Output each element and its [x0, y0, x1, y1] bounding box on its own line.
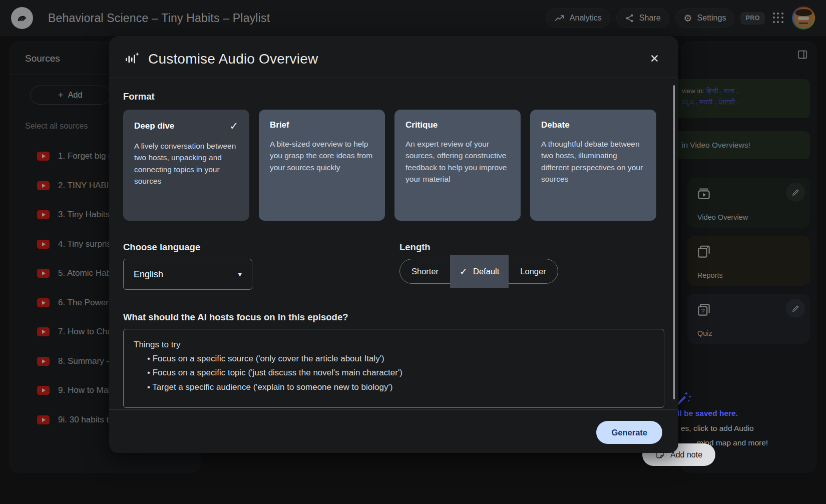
format-card-description: A lively conversation between two hosts,… — [134, 140, 238, 187]
language-section: Choose language English ▾ — [123, 242, 399, 290]
format-card-description: A thoughtful debate between two hosts, i… — [541, 138, 645, 185]
notebooklm-app: Behavioral Science – Tiny Habits – Playl… — [0, 0, 826, 504]
format-card-description: An expert review of your sources, offeri… — [405, 138, 510, 185]
dialog-footer: Generate — [109, 409, 678, 453]
customise-audio-overview-dialog: Customise Audio Overview ✕ Format Deep d… — [109, 36, 678, 453]
focus-placeholder-bullet: • Focus on a specific topic ('just discu… — [134, 366, 654, 380]
format-card-deep-dive[interactable]: Deep dive ✓ A lively conversation betwee… — [123, 110, 249, 221]
format-card-description: A bite-sized overview to help you grasp … — [270, 138, 374, 173]
choose-language-label: Choose language — [123, 242, 399, 253]
focus-textarea[interactable]: Things to try • Focus on a specific sour… — [123, 329, 664, 408]
length-option-shorter[interactable]: Shorter — [400, 259, 450, 283]
generate-button[interactable]: Generate — [596, 421, 662, 444]
format-card-title: Debate — [541, 120, 570, 130]
focus-placeholder-bullet: • Target a specific audience ('explain t… — [134, 380, 654, 394]
add-audio-hint: es, click to add Audio — [681, 424, 754, 433]
dialog-body: Format Deep dive ✓ A lively conversation… — [109, 78, 678, 408]
check-icon: ✓ — [229, 120, 238, 132]
focus-question-label: What should the AI hosts focus on in thi… — [123, 312, 664, 323]
chevron-down-icon: ▾ — [238, 270, 242, 279]
audio-waveform-icon — [125, 52, 140, 67]
check-icon: ✓ — [460, 266, 468, 277]
format-card-brief[interactable]: Brief A bite-sized overview to help you … — [259, 110, 385, 221]
format-card-title: Critique — [405, 120, 438, 130]
length-segmented-control: Shorter ✓ Default Longer — [399, 259, 558, 284]
format-card-debate[interactable]: Debate A thoughtful debate between two h… — [530, 110, 656, 221]
language-select[interactable]: English ▾ — [123, 259, 252, 290]
length-label: Length — [399, 242, 558, 253]
dialog-header: Customise Audio Overview ✕ — [109, 36, 678, 78]
length-option-longer[interactable]: Longer — [509, 259, 557, 283]
format-label: Format — [123, 91, 664, 102]
focus-placeholder-bullet: • Focus on a specific source ('only cove… — [134, 352, 654, 366]
length-option-label: Shorter — [411, 267, 439, 276]
format-card-title: Deep dive — [134, 121, 174, 131]
length-option-label: Default — [473, 267, 499, 276]
focus-placeholder-title: Things to try — [134, 338, 654, 352]
length-option-default[interactable]: ✓ Default — [450, 255, 509, 288]
length-option-label: Longer — [520, 267, 546, 276]
length-section: Length Shorter ✓ Default Longer — [399, 242, 558, 290]
format-cards: Deep dive ✓ A lively conversation betwee… — [123, 110, 664, 221]
saved-here-hint[interactable]: will be saved here. — [669, 409, 738, 418]
dialog-title: Customise Audio Overview — [148, 51, 318, 67]
format-card-title: Brief — [270, 120, 289, 130]
format-card-critique[interactable]: Critique An expert review of your source… — [394, 110, 521, 221]
language-length-row: Choose language English ▾ Length Shorter… — [123, 242, 664, 290]
close-icon[interactable]: ✕ — [647, 50, 662, 68]
dialog-scrollbar[interactable] — [673, 85, 675, 399]
language-selected-value: English — [134, 269, 163, 280]
